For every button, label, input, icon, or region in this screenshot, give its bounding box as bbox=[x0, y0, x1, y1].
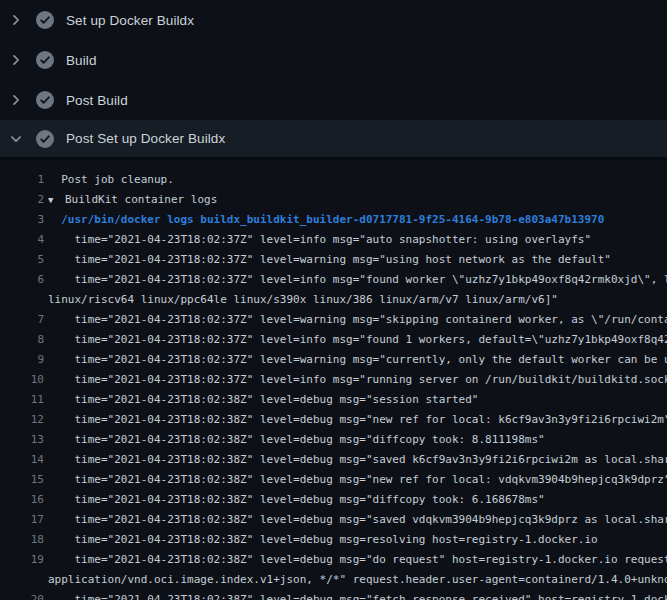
step-row-build[interactable]: Build bbox=[0, 40, 667, 80]
log-line: 9 time="2021-04-23T18:02:37Z" level=warn… bbox=[0, 350, 667, 370]
chevron-right-icon[interactable] bbox=[8, 12, 24, 28]
check-circle-icon bbox=[36, 11, 54, 29]
step-label: Post Set up Docker Buildx bbox=[66, 131, 225, 146]
log-text: time="2021-04-23T18:02:38Z" level=debug … bbox=[48, 530, 598, 550]
log-line-number[interactable]: 18 bbox=[0, 530, 44, 550]
check-circle-icon bbox=[36, 130, 54, 148]
log-line-number[interactable]: 11 bbox=[0, 390, 44, 410]
log-text: time="2021-04-23T18:02:37Z" level=warnin… bbox=[48, 350, 667, 370]
log-line: 14 time="2021-04-23T18:02:38Z" level=deb… bbox=[0, 450, 667, 470]
log-text: time="2021-04-23T18:02:38Z" level=debug … bbox=[48, 410, 667, 430]
log-text: time="2021-04-23T18:02:37Z" level=info m… bbox=[48, 330, 667, 350]
log-line: 20 time="2021-04-23T18:02:38Z" level=deb… bbox=[0, 590, 667, 600]
log-line: 17 time="2021-04-23T18:02:38Z" level=deb… bbox=[0, 510, 667, 530]
log-line: 5 time="2021-04-23T18:02:37Z" level=warn… bbox=[0, 250, 667, 270]
log-area: 1 Post job cleanup.2▼BuildKit container … bbox=[0, 160, 667, 600]
log-line-number[interactable]: 19 bbox=[0, 550, 44, 570]
log-text: time="2021-04-23T18:02:38Z" level=debug … bbox=[48, 430, 545, 450]
log-line-number[interactable]: 13 bbox=[0, 430, 44, 450]
log-text: ▼BuildKit container logs bbox=[48, 190, 217, 210]
log-line-number[interactable]: 17 bbox=[0, 510, 44, 530]
step-row-post-build[interactable]: Post Build bbox=[0, 80, 667, 120]
log-text: time="2021-04-23T18:02:37Z" level=warnin… bbox=[48, 250, 611, 270]
log-line: 7 time="2021-04-23T18:02:37Z" level=warn… bbox=[0, 310, 667, 330]
check-circle-icon bbox=[36, 91, 54, 109]
log-line: 6 time="2021-04-23T18:02:37Z" level=info… bbox=[0, 270, 667, 290]
log-line-number[interactable]: 6 bbox=[0, 270, 44, 290]
step-label: Build bbox=[66, 53, 97, 68]
log-line: 1 Post job cleanup. bbox=[0, 170, 667, 190]
log-line-number[interactable]: 16 bbox=[0, 490, 44, 510]
log-line: 2▼BuildKit container logs bbox=[0, 190, 667, 210]
log-line-number[interactable]: 15 bbox=[0, 470, 44, 490]
actions-log-viewer: Set up Docker BuildxBuildPost BuildPost … bbox=[0, 0, 667, 600]
log-text: time="2021-04-23T18:02:38Z" level=debug … bbox=[48, 490, 545, 510]
chevron-right-icon[interactable] bbox=[8, 52, 24, 68]
log-line: 8 time="2021-04-23T18:02:37Z" level=info… bbox=[0, 330, 667, 350]
log-line-number[interactable]: 1 bbox=[0, 170, 44, 190]
log-text: time="2021-04-23T18:02:37Z" level=info m… bbox=[48, 370, 667, 390]
log-line: 10 time="2021-04-23T18:02:37Z" level=inf… bbox=[0, 370, 667, 390]
log-line-number[interactable]: 4 bbox=[0, 230, 44, 250]
log-text: linux/riscv64 linux/ppc64le linux/s390x … bbox=[48, 290, 558, 310]
log-line-number[interactable]: 3 bbox=[0, 210, 44, 230]
chevron-right-icon[interactable] bbox=[8, 92, 24, 108]
log-line-number[interactable]: 12 bbox=[0, 410, 44, 430]
group-collapse-toggle-icon[interactable]: ▼ bbox=[48, 190, 65, 210]
step-label: Post Build bbox=[66, 93, 128, 108]
log-text: time="2021-04-23T18:02:38Z" level=debug … bbox=[48, 470, 667, 490]
step-label: Set up Docker Buildx bbox=[66, 13, 194, 28]
steps-list: Set up Docker BuildxBuildPost BuildPost … bbox=[0, 0, 667, 160]
log-line: 15 time="2021-04-23T18:02:38Z" level=deb… bbox=[0, 470, 667, 490]
log-line: 16 time="2021-04-23T18:02:38Z" level=deb… bbox=[0, 490, 667, 510]
log-line: 13 time="2021-04-23T18:02:38Z" level=deb… bbox=[0, 430, 667, 450]
log-line-continuation: application/vnd.oci.image.index.v1+json,… bbox=[0, 570, 667, 590]
log-text: time="2021-04-23T18:02:38Z" level=debug … bbox=[48, 590, 667, 600]
log-line: 11 time="2021-04-23T18:02:38Z" level=deb… bbox=[0, 390, 667, 410]
log-line: 12 time="2021-04-23T18:02:38Z" level=deb… bbox=[0, 410, 667, 430]
log-line-number[interactable]: 8 bbox=[0, 330, 44, 350]
log-line: 18 time="2021-04-23T18:02:38Z" level=deb… bbox=[0, 530, 667, 550]
log-text: time="2021-04-23T18:02:37Z" level=info m… bbox=[48, 230, 591, 250]
chevron-down-icon[interactable] bbox=[8, 131, 24, 147]
log-text: time="2021-04-23T18:02:38Z" level=debug … bbox=[48, 510, 667, 530]
log-text: time="2021-04-23T18:02:37Z" level=warnin… bbox=[48, 310, 667, 330]
log-line-number[interactable]: 20 bbox=[0, 590, 44, 600]
log-line: 4 time="2021-04-23T18:02:37Z" level=info… bbox=[0, 230, 667, 250]
log-command-text: /usr/bin/docker logs buildx_buildkit_bui… bbox=[48, 210, 604, 230]
log-line-number[interactable]: 10 bbox=[0, 370, 44, 390]
log-line: 3 /usr/bin/docker logs buildx_buildkit_b… bbox=[0, 210, 667, 230]
log-text: Post job cleanup. bbox=[48, 170, 174, 190]
log-line-number[interactable]: 7 bbox=[0, 310, 44, 330]
log-text: application/vnd.oci.image.index.v1+json,… bbox=[48, 570, 667, 590]
log-line-number[interactable]: 9 bbox=[0, 350, 44, 370]
log-line-number[interactable]: 5 bbox=[0, 250, 44, 270]
log-line-continuation: linux/riscv64 linux/ppc64le linux/s390x … bbox=[0, 290, 667, 310]
log-text: time="2021-04-23T18:02:38Z" level=debug … bbox=[48, 390, 478, 410]
log-text: time="2021-04-23T18:02:38Z" level=debug … bbox=[48, 550, 667, 570]
log-line-number bbox=[0, 290, 44, 310]
step-row-set-up-docker-buildx[interactable]: Set up Docker Buildx bbox=[0, 0, 667, 40]
log-line-number bbox=[0, 570, 44, 590]
group-label[interactable]: BuildKit container logs bbox=[65, 193, 217, 206]
step-row-post-set-up-docker-buildx[interactable]: Post Set up Docker Buildx bbox=[0, 120, 667, 160]
log-line: 19 time="2021-04-23T18:02:38Z" level=deb… bbox=[0, 550, 667, 570]
log-line-number[interactable]: 14 bbox=[0, 450, 44, 470]
log-line-number[interactable]: 2 bbox=[0, 190, 44, 210]
log-text: time="2021-04-23T18:02:38Z" level=debug … bbox=[48, 450, 667, 470]
log-text: time="2021-04-23T18:02:37Z" level=info m… bbox=[48, 270, 667, 290]
check-circle-icon bbox=[36, 51, 54, 69]
